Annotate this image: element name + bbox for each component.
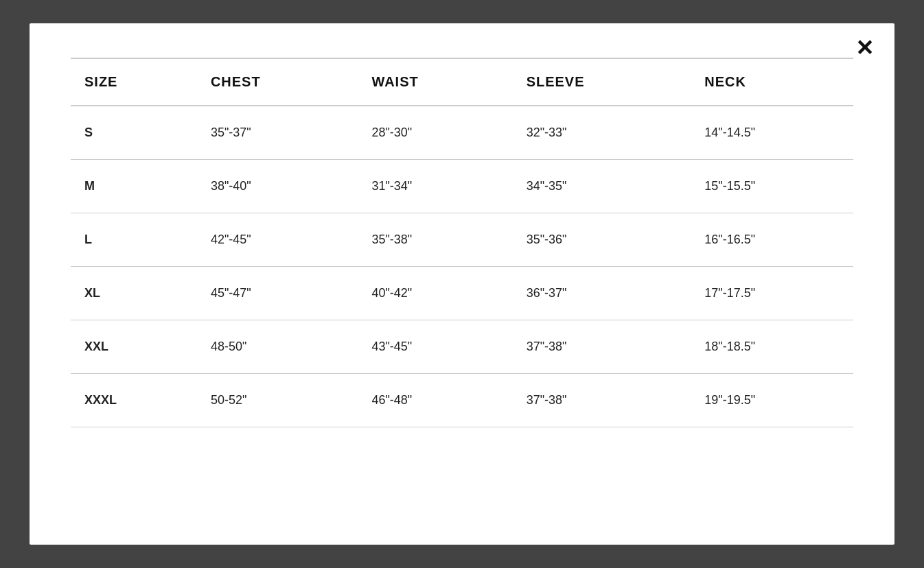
cell-size: XXXL	[71, 374, 197, 427]
cell-chest: 50-52"	[197, 374, 358, 427]
table-row: M38"-40"31"-34"34"-35"15"-15.5"	[71, 160, 853, 213]
cell-sleeve: 34"-35"	[513, 160, 691, 213]
cell-waist: 31"-34"	[358, 160, 512, 213]
cell-chest: 35"-37"	[197, 106, 358, 160]
cell-neck: 16"-16.5"	[691, 213, 853, 267]
table-row: XL45"-47"40"-42"36"-37"17"-17.5"	[71, 267, 853, 320]
size-chart-table: SIZECHESTWAISTSLEEVENECK S35"-37"28"-30"…	[71, 58, 853, 427]
cell-waist: 43"-45"	[358, 320, 512, 374]
close-button[interactable]: ✕	[855, 37, 874, 59]
cell-neck: 15"-15.5"	[691, 160, 853, 213]
cell-waist: 35"-38"	[358, 213, 512, 267]
table-row: S35"-37"28"-30"32"-33"14"-14.5"	[71, 106, 853, 160]
cell-waist: 40"-42"	[358, 267, 512, 320]
cell-size: XL	[71, 267, 197, 320]
cell-chest: 42"-45"	[197, 213, 358, 267]
table-row: XXXL50-52"46"-48"37"-38"19"-19.5"	[71, 374, 853, 427]
cell-neck: 17"-17.5"	[691, 267, 853, 320]
cell-sleeve: 37"-38"	[513, 320, 691, 374]
table-header-row: SIZECHESTWAISTSLEEVENECK	[71, 58, 853, 106]
cell-size: XXL	[71, 320, 197, 374]
cell-sleeve: 32"-33"	[513, 106, 691, 160]
cell-size: S	[71, 106, 197, 160]
cell-size: L	[71, 213, 197, 267]
cell-chest: 38"-40"	[197, 160, 358, 213]
cell-chest: 45"-47"	[197, 267, 358, 320]
column-header-size: SIZE	[71, 58, 197, 106]
size-chart-modal: ✕ SIZECHESTWAISTSLEEVENECK S35"-37"28"-3…	[30, 23, 894, 545]
table-row: XXL48-50"43"-45"37"-38"18"-18.5"	[71, 320, 853, 374]
cell-neck: 18"-18.5"	[691, 320, 853, 374]
table-body: S35"-37"28"-30"32"-33"14"-14.5"M38"-40"3…	[71, 106, 853, 427]
cell-waist: 28"-30"	[358, 106, 512, 160]
column-header-waist: WAIST	[358, 58, 512, 106]
cell-sleeve: 36"-37"	[513, 267, 691, 320]
cell-size: M	[71, 160, 197, 213]
cell-neck: 14"-14.5"	[691, 106, 853, 160]
cell-sleeve: 37"-38"	[513, 374, 691, 427]
column-header-chest: CHEST	[197, 58, 358, 106]
cell-waist: 46"-48"	[358, 374, 512, 427]
table-row: L42"-45"35"-38"35"-36"16"-16.5"	[71, 213, 853, 267]
column-header-neck: NECK	[691, 58, 853, 106]
column-header-sleeve: SLEEVE	[513, 58, 691, 106]
modal-overlay: ✕ SIZECHESTWAISTSLEEVENECK S35"-37"28"-3…	[0, 0, 924, 568]
cell-neck: 19"-19.5"	[691, 374, 853, 427]
cell-chest: 48-50"	[197, 320, 358, 374]
cell-sleeve: 35"-36"	[513, 213, 691, 267]
